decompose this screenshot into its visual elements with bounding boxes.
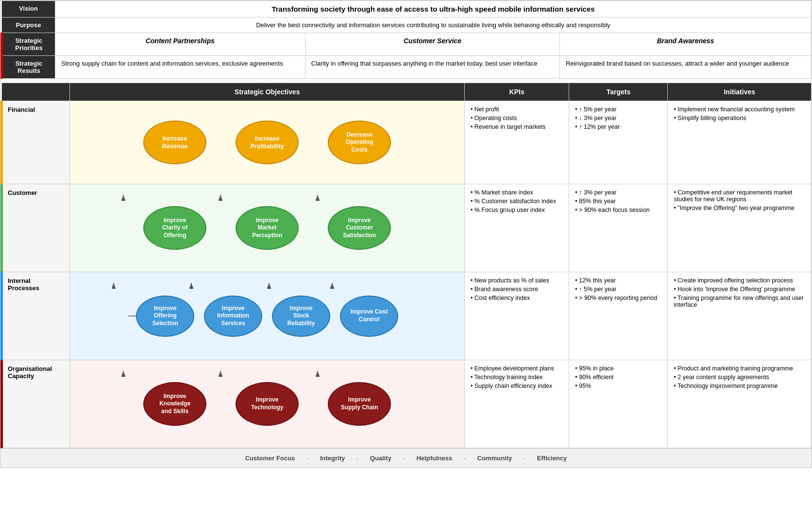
target-item: 85% this year — [575, 198, 661, 205]
org-kpis: Employee development plans Technology tr… — [464, 360, 569, 448]
initiative-item: Product and marketing training programme — [674, 365, 805, 372]
node-improve-satisfaction: Improve Customer Satisfaction — [328, 206, 391, 250]
financial-label: Financial — [2, 101, 70, 184]
kpi-item: Net profit — [471, 106, 563, 113]
footer-sep: - — [524, 454, 525, 462]
purpose-text: Deliver the best connectivity and inform… — [55, 17, 812, 33]
financial-targets: ↑ 5% per year ↓ 3% per year ↑ 12% per ye… — [569, 101, 668, 184]
header-objectives: Strategic Objectives — [70, 83, 465, 101]
internal-objectives: Improve Offering Selection Improve Infor… — [70, 272, 465, 360]
target-item: 95% — [575, 383, 661, 389]
purpose-label: Purpose — [2, 17, 55, 33]
header-empty — [2, 83, 70, 101]
node-decrease-operating-costs: Decrease Operating Costs — [328, 121, 391, 164]
customer-objectives: Improve Clarity of Offering Improve Mark… — [70, 184, 465, 272]
internal-targets: 12% this year ↑ 5% per year > 90% every … — [569, 272, 668, 360]
initiative-item: Create improved offering selection proce… — [674, 277, 805, 284]
kpi-item: Employee development plans — [471, 365, 563, 372]
target-item: ↑ 5% per year — [575, 106, 661, 113]
kpi-item: Cost efficiency index — [471, 295, 563, 301]
org-label: Organisational Capacity — [2, 360, 70, 448]
initiative-item: Technology improvement programme — [674, 383, 805, 389]
target-item: 95% in place — [575, 365, 661, 372]
target-item: ↑ 3% per year — [575, 189, 661, 196]
customer-targets: ↑ 3% per year 85% this year > 90% each f… — [569, 184, 668, 272]
kpi-item: Revenue in target markets — [471, 123, 563, 130]
sp2: Customer Service — [305, 33, 559, 56]
initiative-item: Implement new financial accounting syste… — [674, 106, 805, 113]
target-item: > 90% each focus session — [575, 207, 661, 213]
customer-initiatives: Competitive end user requirements market… — [668, 184, 812, 272]
financial-initiatives: Implement new financial accounting syste… — [668, 101, 812, 184]
node-increase-revenue: Increase Revenue — [143, 121, 206, 164]
kpi-item: % Customer satisfaction index — [471, 198, 563, 205]
target-item: ↑ 5% per year — [575, 286, 661, 293]
kpi-item: New products as % of sales — [471, 277, 563, 284]
target-item: ↓ 3% per year — [575, 115, 661, 122]
footer-sep: - — [356, 454, 358, 462]
kpi-item: Operating costs — [471, 115, 563, 122]
node-improve-knowledge: Improve Knowledge and Skills — [143, 382, 206, 426]
footer-value: Customer Focus — [245, 454, 295, 462]
customer-kpis: % Market share index % Customer satisfac… — [464, 184, 569, 272]
target-item: ↑ 12% per year — [575, 123, 661, 130]
node-improve-supply-chain: Improve Supply Chain — [328, 382, 391, 426]
internal-label: Internal Processes — [2, 272, 70, 360]
initiative-item: "Improve the Offering" two year programm… — [674, 205, 805, 211]
target-item: 90% efficient — [575, 374, 661, 381]
header-initiatives: Initiatives — [668, 83, 812, 101]
sr1: Strong supply chain for content and info… — [55, 56, 305, 79]
initiative-item: Hook into 'Improve the Offering' program… — [674, 286, 805, 293]
node-improve-information-services: Improve Information Services — [204, 296, 262, 337]
node-improve-offering-selection: Improve Offering Selection — [136, 296, 194, 337]
target-item: 12% this year — [575, 277, 661, 284]
node-improve-clarity: Improve Clarity of Offering — [143, 206, 206, 250]
node-improve-technology: Improve Technology — [236, 382, 299, 426]
footer-sep: - — [464, 454, 466, 462]
node-increase-profitability: Increase Profitability — [236, 121, 299, 164]
node-improve-stock-reliability: Improve Stock Reliability — [272, 296, 330, 337]
kpi-item: Technology training index — [471, 374, 563, 381]
customer-label: Customer — [2, 184, 70, 272]
vision-label: Vision — [2, 1, 55, 17]
header-kpis: KPIs — [464, 83, 569, 101]
kpi-item: % Market share index — [471, 189, 563, 196]
org-initiatives: Product and marketing training programme… — [668, 360, 812, 448]
sp3: Brand Awareness — [560, 33, 812, 56]
financial-objectives: Increase Revenue Increase Profitability … — [70, 101, 465, 184]
kpi-item: Supply chain efficiency index — [471, 383, 563, 389]
footer-value: Integrity — [320, 454, 345, 462]
footer: Customer Focus - Integrity - Quality - H… — [0, 448, 812, 468]
sp-label: Strategic Priorities — [2, 33, 55, 56]
footer-value: Helpfulness — [416, 454, 452, 462]
initiative-item: 2 year content supply agreements — [674, 374, 805, 381]
sp1: Content Partnerships — [55, 33, 305, 56]
financial-kpis: Net profit Operating costs Revenue in ta… — [464, 101, 569, 184]
vision-text: Transforming society through ease of acc… — [55, 1, 812, 17]
kpi-item: % Focus group user index — [471, 207, 563, 213]
footer-value: Community — [477, 454, 512, 462]
footer-sep: - — [403, 454, 405, 462]
internal-initiatives: Create improved offering selection proce… — [668, 272, 812, 360]
target-item: > 90% every reporting period — [575, 295, 661, 301]
sr-label: Strategic Results — [2, 56, 55, 79]
sr2: Clarity in offering that surpasses anyth… — [305, 56, 559, 79]
node-improve-market: Improve Market Perception — [236, 206, 299, 250]
kpi-item: Brand awareness score — [471, 286, 563, 293]
initiative-item: Training programme for new offerings and… — [674, 295, 805, 308]
header-targets: Targets — [569, 83, 668, 101]
sr3: Reinvigorated brand based on successes, … — [560, 56, 812, 79]
footer-sep: - — [306, 454, 308, 462]
footer-value: Quality — [370, 454, 391, 462]
footer-value: Efficiency — [537, 454, 567, 462]
node-improve-cost-control: Improve Cost Control — [340, 296, 398, 337]
org-targets: 95% in place 90% efficient 95% — [569, 360, 668, 448]
org-objectives: Improve Knowledge and Skills Improve Tec… — [70, 360, 465, 448]
initiative-item: Simplify billing operations — [674, 115, 805, 122]
initiative-item: Competitive end user requirements market… — [674, 189, 805, 203]
internal-kpis: New products as % of sales Brand awarene… — [464, 272, 569, 360]
